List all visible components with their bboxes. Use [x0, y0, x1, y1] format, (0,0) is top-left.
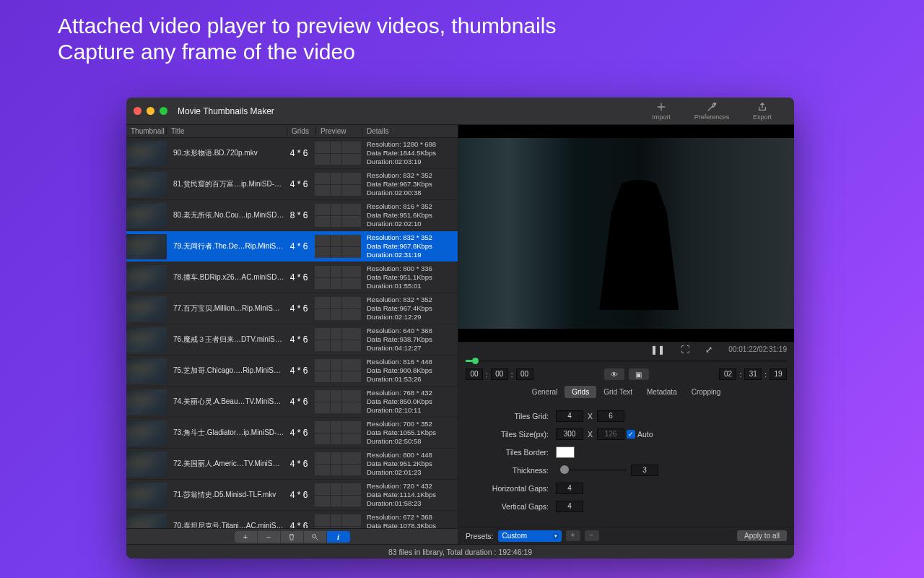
trash-button[interactable] — [281, 531, 304, 543]
thumbnail-image — [126, 234, 167, 259]
thumbnail-image — [126, 327, 167, 353]
tab-cropping[interactable]: Cropping — [684, 386, 728, 398]
preferences-button[interactable]: Preferences — [687, 98, 736, 124]
grid-value: 4 * 6 — [284, 179, 313, 189]
preview-grid — [315, 142, 361, 165]
fullscreen-button[interactable]: ⛶ — [681, 345, 689, 355]
thickness-slider[interactable] — [560, 469, 627, 471]
preview-grid — [315, 390, 361, 413]
table-row[interactable]: 90.水形物语.BD.720p.mkv4 * 6Resolution: 1280… — [126, 138, 458, 169]
preview-grid — [315, 452, 361, 475]
table-row[interactable]: 81.贫民窟的百万富…ip.MiniSD-TLF.mkv4 * 6Resolut… — [126, 169, 458, 200]
table-row[interactable]: 71.莎翁情史.D5.Minisd-TLF.mkv4 * 6Resolution… — [126, 480, 458, 511]
preset-remove[interactable]: − — [585, 530, 599, 541]
tab-metadata[interactable]: Metadata — [640, 386, 684, 398]
file-title: 71.莎翁情史.D5.Minisd-TLF.mkv — [169, 490, 284, 500]
table-row[interactable]: 72.美国丽人.Americ…TV.MiniSD-TLF.mkv4 * 6Res… — [126, 449, 458, 480]
thumbnail-image — [126, 514, 167, 529]
start-hour[interactable]: 00 — [466, 368, 483, 380]
preview-grid — [315, 173, 361, 196]
table-row[interactable]: 77.百万宝贝.Million…Rip.MiniSD-TLF.mkv4 * 6R… — [126, 293, 458, 324]
vgaps-value[interactable] — [556, 501, 583, 512]
grid-value: 4 * 6 — [284, 303, 313, 314]
maximize-icon[interactable] — [160, 107, 167, 115]
end-sec[interactable]: 19 — [770, 368, 787, 380]
preset-add[interactable]: + — [566, 530, 580, 541]
file-title: 77.百万宝贝.Million…Rip.MiniSD-TLF.mkv — [169, 303, 284, 314]
table-row[interactable]: 78.撞车.BDRip.x26…AC.miniSD-TLF.mkv4 * 6Re… — [126, 262, 458, 293]
list-footer: + − i — [126, 528, 458, 544]
thickness-label: Thickness: — [473, 466, 556, 475]
thumbnail-image — [126, 296, 167, 322]
end-min[interactable]: 31 — [744, 368, 762, 380]
border-color-picker[interactable] — [556, 447, 575, 458]
thickness-value[interactable] — [631, 465, 658, 476]
file-title: 74.美丽心灵.A.Beau…TV.MiniSD-TLF.mkv — [169, 397, 284, 407]
apply-all-button[interactable]: Apply to all — [737, 530, 787, 541]
vgaps-label: Vertical Gaps: — [473, 502, 556, 511]
search-button[interactable] — [304, 531, 327, 543]
auto-checkbox[interactable]: ✓ — [627, 430, 635, 439]
capture-button[interactable]: ▣ — [629, 368, 649, 380]
window-title: Movie Thumbnails Maker — [178, 106, 274, 116]
scrubber[interactable] — [458, 356, 794, 366]
grid-value: 4 * 6 — [284, 428, 313, 438]
close-icon[interactable] — [134, 107, 141, 115]
thumbnail-image — [126, 358, 167, 384]
video-preview[interactable] — [458, 125, 794, 342]
preview-grid — [315, 204, 361, 227]
grid-value: 4 * 6 — [284, 335, 313, 345]
tiles-size-w[interactable] — [556, 428, 583, 440]
scrubber-handle[interactable] — [472, 358, 479, 364]
details-text: Resolution: 800 * 448Data Rate:951.2Kbps… — [362, 451, 458, 477]
minimize-icon[interactable] — [147, 107, 154, 115]
table-row[interactable]: 79.无间行者.The.De…Rip.MiniSD-TLF.mkv4 * 6Re… — [126, 231, 458, 262]
expand-button[interactable]: ⤢ — [705, 345, 712, 355]
details-text: Resolution: 1280 * 688Data Rate:1844.5Kb… — [362, 140, 458, 166]
import-button[interactable]: Import — [637, 98, 686, 124]
table-row[interactable]: 75.芝加哥.Chicago.…Rip.MiniSD-TLF.mkv4 * 6R… — [126, 355, 458, 387]
app-window: Movie Thumbnails Maker Import Preference… — [126, 98, 794, 558]
col-details[interactable]: Details — [362, 127, 458, 135]
grid-value: 4 * 6 — [284, 490, 313, 500]
add-button[interactable]: + — [235, 531, 258, 543]
table-row[interactable]: 76.魔戒３王者归来…DTV.miniSD-TLF.mkv4 * 6Resolu… — [126, 324, 458, 355]
grid-value: 4 * 6 — [284, 366, 313, 376]
details-text: Resolution: 800 * 336Data Rate:951.1Kbps… — [362, 264, 458, 290]
col-grids[interactable]: Grids — [287, 127, 316, 135]
tiles-grid-y[interactable] — [597, 410, 624, 422]
thumbnail-image — [126, 141, 167, 166]
col-thumbnail[interactable]: Thumbnail — [126, 127, 167, 135]
preview-grid — [315, 235, 361, 258]
tab-grid-text[interactable]: Grid Text — [596, 386, 640, 398]
col-title[interactable]: Title — [167, 127, 287, 135]
eye-button[interactable]: 👁 — [604, 368, 624, 380]
file-title: 81.贫民窟的百万富…ip.MiniSD-TLF.mkv — [169, 179, 284, 189]
presets-bar: Presets: Custom + − Apply to all — [458, 527, 794, 544]
table-row[interactable]: 80.老无所依.No.Cou…ip.MiniSD-TLF.mkv8 * 6Res… — [126, 200, 458, 231]
end-hour[interactable]: 02 — [719, 368, 736, 380]
start-min[interactable]: 00 — [491, 368, 508, 380]
titlebar: Movie Thumbnails Maker Import Preference… — [126, 98, 794, 125]
tab-general[interactable]: General — [525, 386, 565, 398]
pause-button[interactable]: ❚❚ — [650, 345, 665, 355]
timecode: 00:01:22/02:31:19 — [728, 345, 787, 353]
plus-icon — [656, 102, 666, 112]
details-text: Resolution: 700 * 352Data Rate:1055.1Kbp… — [362, 420, 458, 446]
table-row[interactable]: 70.泰坦尼克号.Titani…AC.miniSD-TLF.mkv4 * 6Re… — [126, 511, 458, 528]
export-button[interactable]: Export — [738, 98, 787, 124]
file-title: 72.美国丽人.Americ…TV.MiniSD-TLF.mkv — [169, 459, 284, 469]
presets-select[interactable]: Custom — [498, 530, 562, 542]
tiles-grid-x[interactable] — [556, 410, 583, 422]
info-button[interactable]: i — [327, 531, 350, 543]
hgaps-value[interactable] — [556, 483, 583, 494]
start-sec[interactable]: 00 — [516, 368, 533, 380]
tab-grids[interactable]: Grids — [565, 386, 596, 398]
thumbnail-image — [126, 203, 167, 228]
table-row[interactable]: 74.美丽心灵.A.Beau…TV.MiniSD-TLF.mkv4 * 6Res… — [126, 387, 458, 418]
table-row[interactable]: 73.角斗士.Gladiator…ip.MiniSD-TLF.mkv4 * 6R… — [126, 418, 458, 449]
preview-grid — [315, 266, 361, 289]
search-icon — [311, 533, 318, 540]
remove-button[interactable]: − — [258, 531, 281, 543]
col-preview[interactable]: Preview — [316, 127, 362, 135]
